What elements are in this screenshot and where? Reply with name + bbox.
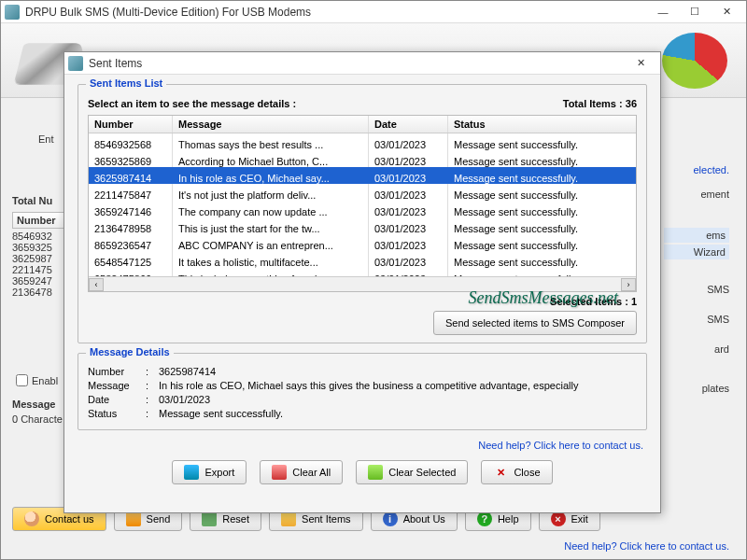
export-icon: [184, 465, 199, 480]
list-group-title: Sent Items List: [86, 77, 166, 89]
cell-message: The company can now update ...: [173, 201, 369, 217]
table-row[interactable]: 3659247146The company can now update ...…: [89, 201, 636, 217]
cell-message: This is just the start for the tw...: [173, 217, 369, 234]
cell-number: 3659247146: [89, 201, 173, 217]
label-message: Message: [12, 399, 55, 410]
dialog-actions: Export Clear All Clear Selected ✕Close: [78, 456, 647, 486]
sent-items-dialog: Sent Items ✕ Sent Items List Select an i…: [63, 51, 661, 513]
person-icon: [24, 511, 39, 526]
main-titlebar: DRPU Bulk SMS (Multi-Device Edition) For…: [1, 1, 746, 23]
cell-status: Message sent successfully.: [448, 251, 636, 268]
right-fragments: elected. ement ems Wizard SMS SMS ard pl…: [664, 164, 729, 407]
refresh-icon: [202, 511, 217, 526]
dialog-close-button[interactable]: ✕: [625, 53, 656, 74]
clear-selected-icon: [368, 465, 383, 480]
clear-selected-button[interactable]: Clear Selected: [356, 460, 468, 484]
cell-message: Thomas says the best results ...: [173, 133, 369, 150]
exit-icon: ×: [551, 511, 566, 526]
cell-number: 8546932568: [89, 133, 173, 150]
list-item[interactable]: 2211475: [12, 264, 52, 275]
scroll-right-icon[interactable]: ›: [621, 278, 636, 291]
envelope-icon: [126, 511, 141, 526]
list-item[interactable]: 3659247: [12, 275, 52, 287]
cell-number: 6548547125: [89, 251, 173, 268]
list-subheader: Select an item to see the message detail…: [88, 98, 637, 109]
cell-message: In his role as CEO, Michael say...: [173, 167, 369, 184]
cell-number: 8659236547: [89, 234, 173, 251]
table-row[interactable]: 8546932568Thomas says the best results .…: [89, 133, 636, 150]
close-dialog-button[interactable]: ✕Close: [481, 460, 552, 484]
detail-number: 3625987414: [159, 366, 216, 377]
list-item[interactable]: 2136478: [12, 287, 52, 298]
cell-number: 2211475847: [89, 184, 173, 201]
clear-all-button[interactable]: Clear All: [260, 460, 343, 484]
col-header-number[interactable]: Number: [89, 116, 173, 133]
details-group-title: Message Details: [86, 346, 174, 357]
dialog-help-link[interactable]: Need help? Click here to contact us.: [81, 440, 643, 451]
cell-date: 03/01/2023: [369, 234, 448, 251]
cell-status: Message sent successfully.: [448, 217, 636, 234]
grid-rows: 8546932568Thomas says the best results .…: [89, 133, 636, 285]
close-button[interactable]: ✕: [711, 2, 742, 22]
list-item[interactable]: 8546932: [12, 231, 52, 242]
table-row[interactable]: 3625987414In his role as CEO, Michael sa…: [89, 167, 636, 184]
dialog-body: Sent Items List Select an item to see th…: [64, 75, 660, 496]
scroll-left-icon[interactable]: ‹: [89, 278, 104, 291]
pie-chart-icon: [662, 33, 727, 89]
instruction-text: Select an item to see the message detail…: [88, 98, 296, 109]
list-item[interactable]: 3625987: [12, 253, 52, 264]
col-header-status[interactable]: Status: [448, 116, 636, 133]
maximize-button[interactable]: ☐: [679, 2, 711, 22]
enable-checkbox-input[interactable]: [16, 374, 28, 386]
cell-message: It takes a holistic, multifacete...: [173, 251, 369, 268]
column-header-number[interactable]: Number: [12, 212, 64, 229]
detail-date: 03/01/2023: [159, 394, 210, 405]
cell-status: Message sent successfully.: [448, 150, 636, 167]
cell-date: 03/01/2023: [369, 184, 448, 201]
detail-status: Message sent successfully.: [159, 408, 283, 419]
detail-message: In his role as CEO, Michael says this gi…: [159, 380, 578, 391]
table-row[interactable]: 2211475847It's not just the platform del…: [89, 184, 636, 201]
table-row[interactable]: 8659236547ABC COMPANY is an entrepren...…: [89, 234, 636, 251]
table-row[interactable]: 3659325869According to Michael Button, C…: [89, 150, 636, 167]
info-icon: i: [383, 511, 398, 526]
col-header-message[interactable]: Message: [173, 116, 369, 133]
close-icon: ✕: [493, 465, 508, 480]
app-icon: [5, 5, 20, 20]
cell-date: 03/01/2023: [369, 201, 448, 217]
table-row[interactable]: 2136478958This is just the start for the…: [89, 217, 636, 234]
help-icon: ?: [477, 511, 492, 526]
folder-icon: [281, 511, 296, 526]
detail-number-row: Number:3625987414: [88, 366, 637, 377]
detail-message-row: Message:In his role as CEO, Michael says…: [88, 380, 637, 391]
list-item[interactable]: 3659325: [12, 242, 52, 253]
col-header-date[interactable]: Date: [369, 116, 448, 133]
number-list: 8546932 3659325 3625987 2211475 3659247 …: [12, 231, 52, 298]
watermark-text: SendSmsMessages.net: [469, 288, 618, 308]
items-grid[interactable]: Number Message Date Status 8546932568Tho…: [88, 115, 637, 292]
cell-date: 03/01/2023: [369, 150, 448, 167]
cell-status: Message sent successfully.: [448, 133, 636, 150]
label-enter: Ent: [38, 133, 54, 145]
enable-checkbox[interactable]: Enabl: [16, 374, 58, 386]
send-to-composer-button[interactable]: Send selected items to SMS Composer: [433, 311, 637, 335]
cell-status: Message sent successfully.: [448, 184, 636, 201]
main-title: DRPU Bulk SMS (Multi-Device Edition) For…: [25, 6, 647, 19]
cell-status: Message sent successfully.: [448, 234, 636, 251]
detail-date-row: Date:03/01/2023: [88, 394, 637, 405]
message-details-group: Message Details Number:3625987414 Messag…: [78, 353, 647, 430]
cell-date: 03/01/2023: [369, 217, 448, 234]
main-help-link[interactable]: Need help? Click here to contact us.: [564, 540, 729, 552]
cell-number: 3625987414: [89, 167, 173, 184]
grid-header: Number Message Date Status: [89, 116, 636, 133]
dialog-icon: [68, 56, 83, 71]
export-button[interactable]: Export: [172, 460, 247, 484]
minimize-button[interactable]: —: [647, 2, 679, 22]
table-row[interactable]: 6548547125It takes a holistic, multiface…: [89, 251, 636, 268]
cell-number: 3659325869: [89, 150, 173, 167]
label-total-numbers: Total Nu: [12, 195, 52, 206]
dialog-titlebar: Sent Items ✕: [64, 52, 660, 75]
clear-all-icon: [272, 465, 287, 480]
cell-date: 03/01/2023: [369, 167, 448, 184]
total-items-label: Total Items : 36: [563, 98, 637, 109]
